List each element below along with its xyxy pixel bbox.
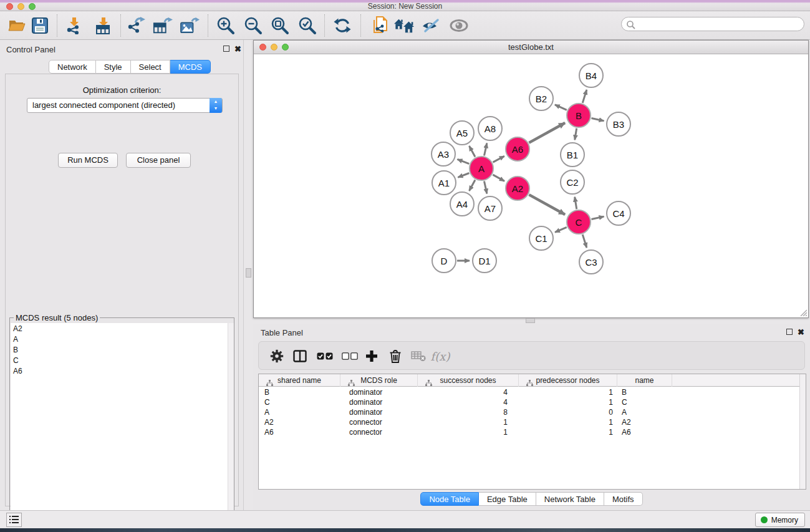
table-scrollbar[interactable] [799,374,806,489]
duplicate-network-icon[interactable] [370,16,390,36]
delete-table-icon[interactable] [409,347,428,365]
column-header-successor-nodes[interactable]: successor nodes [418,374,519,387]
node-A7[interactable]: A7 [478,196,503,221]
import-network-icon[interactable] [64,16,84,36]
close-table-panel-icon[interactable]: ✖ [798,329,804,336]
table-row[interactable]: Adominator80A [259,407,799,417]
deselect-all-check-icon[interactable] [340,347,359,365]
import-table-icon[interactable] [94,16,113,36]
node-A[interactable]: A [469,156,494,181]
edge-A-A5[interactable] [469,146,475,157]
select-all-check-icon[interactable] [316,347,334,365]
column-header-MCDS-role[interactable]: MCDS role [340,374,418,387]
tab-node-table[interactable]: Node Table [420,492,479,506]
edge-C-C3[interactable] [582,235,587,248]
column-header-predecessor-nodes[interactable]: predecessor nodes [519,374,617,387]
edge-A-A4[interactable] [469,180,475,190]
home-layout-icon[interactable] [394,16,414,36]
network-canvas[interactable]: B4B2BB3A8A5A6A3B1AC2A1A2A4A7C4CC1DD1C3 [254,54,808,317]
tab-select[interactable]: Select [131,60,170,74]
node-A2[interactable]: A2 [505,176,530,201]
refresh-icon[interactable] [332,16,352,36]
edge-A-A2[interactable] [493,175,504,181]
add-row-icon[interactable] [362,347,381,365]
node-C1[interactable]: C1 [529,226,554,251]
node-C[interactable]: C [566,210,591,235]
memory-button[interactable]: Memory [755,513,805,527]
node-table[interactable]: shared nameMCDS rolesuccessor nodesprede… [258,374,806,490]
table-row[interactable]: Cdominator41C [259,397,799,407]
table-row[interactable]: Bdominator41B [259,387,799,397]
node-B1[interactable]: B1 [560,142,585,167]
mcds-result-list[interactable]: A2ABCA6 [11,323,234,527]
float-table-panel-icon[interactable] [786,329,793,335]
node-A6[interactable]: A6 [505,137,530,162]
mcds-result-item[interactable]: A [11,334,234,344]
node-B3[interactable]: B3 [606,112,631,137]
hide-selected-icon[interactable] [421,16,441,36]
tab-motifs[interactable]: Motifs [604,492,643,506]
tab-network[interactable]: Network [49,60,96,74]
column-settings-icon[interactable] [268,347,286,365]
node-A4[interactable]: A4 [450,191,475,216]
zoom-in-icon[interactable] [216,16,236,36]
column-header-shared-name[interactable]: shared name [259,374,340,387]
scrollbar[interactable] [228,323,234,527]
node-D[interactable]: D [432,248,456,273]
node-A8[interactable]: A8 [478,116,503,141]
edge-A6-B[interactable] [529,123,565,143]
tab-style[interactable]: Style [96,60,131,74]
export-network-icon[interactable] [127,16,147,36]
edge-C-C2[interactable] [575,197,577,210]
node-D1[interactable]: D1 [472,248,497,273]
show-column-icon[interactable] [291,347,309,365]
node-C4[interactable]: C4 [606,201,631,226]
table-row[interactable]: A2connector11A2 [259,417,799,427]
show-all-icon[interactable] [449,16,469,36]
vertical-splitter-handle[interactable] [246,268,251,278]
mcds-result-item[interactable]: B [11,344,234,355]
delete-row-icon[interactable] [386,347,405,365]
function-builder-icon[interactable]: f(x) [431,347,450,365]
edge-A-A6[interactable] [493,156,504,162]
edge-A2-C[interactable] [529,195,565,215]
tab-edge-table[interactable]: Edge Table [479,492,536,506]
resize-grip-icon[interactable] [799,308,807,316]
search-input[interactable] [621,17,804,31]
zoom-selected-icon[interactable] [297,16,317,36]
zoom-out-icon[interactable] [243,16,263,36]
tab-mcds[interactable]: MCDS [170,60,211,74]
task-history-button[interactable] [6,513,22,527]
mcds-result-item[interactable]: A2 [11,323,234,334]
node-B4[interactable]: B4 [579,63,604,88]
node-C3[interactable]: C3 [579,249,604,274]
node-C2[interactable]: C2 [560,170,585,195]
criterion-dropdown[interactable]: largest connected component (directed) ▲… [27,98,223,113]
edge-C-C1[interactable] [555,227,567,232]
edge-B-B4[interactable] [582,90,587,103]
network-window-titlebar[interactable]: testGlobe.txt [254,41,808,54]
edge-B-B1[interactable] [575,128,577,140]
tab-network-table[interactable]: Network Table [536,492,604,506]
node-B[interactable]: B [566,103,591,128]
edge-B-B3[interactable] [592,118,604,120]
edge-B-B2[interactable] [555,105,567,110]
export-image-icon[interactable] [180,16,200,36]
close-panel-button[interactable]: Close panel [126,153,191,168]
table-row[interactable]: A6connector11A6 [259,427,799,437]
node-A3[interactable]: A3 [431,142,456,167]
export-table-icon[interactable] [153,16,173,36]
float-panel-icon[interactable] [223,46,229,52]
edge-C-C4[interactable] [592,216,604,219]
close-panel-icon[interactable]: ✖ [234,46,241,52]
edge-A-A8[interactable] [484,143,486,155]
edge-A-A3[interactable] [457,159,469,163]
open-session-icon[interactable] [7,16,27,36]
node-A5[interactable]: A5 [450,120,475,145]
node-A1[interactable]: A1 [432,170,456,195]
zoom-fit-icon[interactable] [270,16,290,36]
column-header-name[interactable]: name [617,374,672,387]
node-B2[interactable]: B2 [529,86,554,111]
edge-A-A1[interactable] [458,173,469,178]
run-mcds-button[interactable]: Run MCDS [58,153,118,168]
